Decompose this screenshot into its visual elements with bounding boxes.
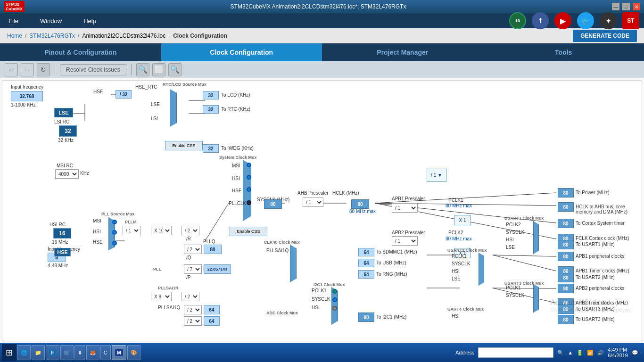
rtc-val[interactable]: 32 [203,105,219,114]
pll-mux-circle-hse[interactable] [112,241,117,246]
usart3-val[interactable]: 80 [558,304,574,314]
generate-code-button[interactable]: GENERATE CODE [573,30,637,42]
pll-mux-circle-msi[interactable] [112,220,117,224]
network-icon[interactable]: ✦ [600,12,617,29]
enable-css-button-pll[interactable]: Enable CSS [230,227,267,236]
rng-val[interactable]: 64 [358,270,374,279]
hse-block[interactable]: HSE [54,248,71,256]
pll-divr-select[interactable]: / 2 [182,226,199,235]
taskbar-stm32[interactable]: M [112,345,126,360]
apb2-per-val[interactable]: 80 [558,284,574,293]
ahb-val[interactable]: 80 [558,202,574,212]
hsi-value[interactable]: 16 [53,228,71,239]
taskbar-paint[interactable]: 🎨 [127,345,140,360]
maximize-button[interactable]: □ [622,3,630,10]
lcd-val[interactable]: 32 [203,91,219,99]
pllsai1-mult-select[interactable]: X 8 [151,292,172,301]
taskbar-explorer[interactable]: 📁 [32,345,45,360]
uart4-val[interactable]: 80 [558,315,574,324]
pllsai1q-div2-select[interactable]: / 2 [184,316,202,326]
resolve-clock-issues-button[interactable]: Resolve Clock Issues [60,64,126,75]
menu-icons: 10 f ▶ 🐦 ✦ ST [509,12,639,29]
div32-block[interactable]: / 32 [116,90,132,99]
iwdg-val[interactable]: 32 [203,144,219,153]
redo-button[interactable]: ↪ [21,63,34,76]
close-button[interactable]: ✕ [633,3,640,10]
youtube-icon[interactable]: ▶ [554,12,571,29]
taskbar-download[interactable]: ⬇ [74,345,85,360]
cortex-val[interactable]: 80 [558,219,574,228]
twitter-icon[interactable]: 🐦 [577,12,594,29]
undo-button[interactable]: ↩ [5,63,18,76]
sysclk-val[interactable]: 80 [264,199,282,209]
menu-help[interactable]: Help [80,16,100,26]
pllsai1q-val2[interactable]: 64 [204,316,220,326]
tab-pinout[interactable]: Pinout & Configuration [0,43,161,61]
taskbar-ie[interactable]: 🌐 [17,345,31,360]
apb2-div-select[interactable]: / 1 [392,236,418,246]
apb1-per-val[interactable]: 80 [558,252,574,261]
lse-block[interactable]: LSE [54,108,73,117]
taskbar-chrome[interactable]: C [100,345,111,360]
rtc-lcd-mux[interactable] [170,89,177,127]
pllq-div-select[interactable]: / 2 [184,245,202,254]
title-bar: STM32CubeMX STM32CubeMX Animation2I2CLCD… [0,0,644,13]
hclk-val[interactable]: 80 [351,199,369,209]
apb1-div-select[interactable]: / 1 [392,203,418,213]
pllq-val[interactable]: 80 [204,245,222,254]
taskbar-filezilla[interactable]: F [46,345,59,360]
input-freq-value[interactable]: 32.768 [11,91,43,101]
enable-css-button-rtc[interactable]: Enable CSS [165,141,203,150]
pllsai1q-div-select[interactable]: / 2 [184,305,202,314]
pllsai1q-mux: PLLSAI1Q [266,248,289,253]
usart1-mux[interactable] [533,221,539,254]
usart2-mux[interactable] [479,253,484,286]
clk48-mux[interactable] [290,245,297,282]
pllsai1q-val[interactable]: 64 [204,305,220,314]
mux-circle-msi[interactable] [247,163,251,167]
zoom-in-button[interactable]: 🔍 [136,63,149,76]
menu-file[interactable]: File [5,16,22,26]
pll-mult-select[interactable]: X 10 [151,226,172,235]
i2c1-mux-sysclk[interactable] [332,297,337,302]
breadcrumb-mcu[interactable]: STM32L476RGTx [29,33,75,39]
ahb-div-select[interactable]: / 1 [303,197,323,207]
usart2-val[interactable]: 80 [558,273,574,282]
div1-block[interactable]: / 1 ▼ [427,168,446,182]
i2c1-mux-hsi[interactable] [332,306,337,311]
zoom-fit-button[interactable]: ⬜ [152,63,165,76]
breadcrumb-home[interactable]: Home [7,33,22,39]
start-button[interactable]: ⊞ [2,344,17,361]
menu-bar: File Window Help 10 f ▶ 🐦 ✦ ST [0,13,644,28]
st-icon[interactable]: ST [622,12,639,29]
pll-div1-select[interactable]: / 1 [123,226,140,235]
i2c1-val[interactable]: 80 [358,313,374,322]
usart1-val[interactable]: 80 [558,240,574,249]
usart3-mux[interactable] [533,284,539,313]
address-input[interactable] [478,347,553,358]
pllp-div-select[interactable]: / 7 [184,264,202,274]
facebook-icon[interactable]: f [532,12,549,29]
tab-project[interactable]: Project Manager [322,43,483,61]
msi-value-select[interactable]: 4000 [55,169,79,179]
mux-circle-hse[interactable] [247,187,251,192]
i2c1-mux-pclk1[interactable] [332,289,337,294]
refresh-button[interactable]: ↻ [37,63,50,76]
tab-tools[interactable]: Tools [483,43,644,61]
sdmmc-val[interactable]: 64 [358,248,374,256]
mux-circle-pllclk[interactable] [247,200,251,205]
pll-mux-circle-hsi[interactable] [112,230,117,235]
tab-clock[interactable]: Clock Configuration [161,43,322,61]
minimize-button[interactable]: — [612,3,619,10]
taskbar-firefox[interactable]: 🦊 [86,345,99,360]
menu-window[interactable]: Window [36,16,66,26]
lsi-value[interactable]: 32 [59,125,77,137]
pllp-val[interactable]: 22.857143 [204,264,231,274]
pllsai1-divr-select[interactable]: / 2 [182,292,199,301]
taskbar-store[interactable]: 🛒 [60,345,74,360]
stm32-community-icon[interactable]: 10 [509,12,526,29]
zoom-out-button[interactable]: 🔍 [168,63,182,76]
usb-val[interactable]: 64 [358,259,374,267]
mux-circle-hsi[interactable] [247,175,251,180]
power-val[interactable]: 80 [558,188,574,197]
